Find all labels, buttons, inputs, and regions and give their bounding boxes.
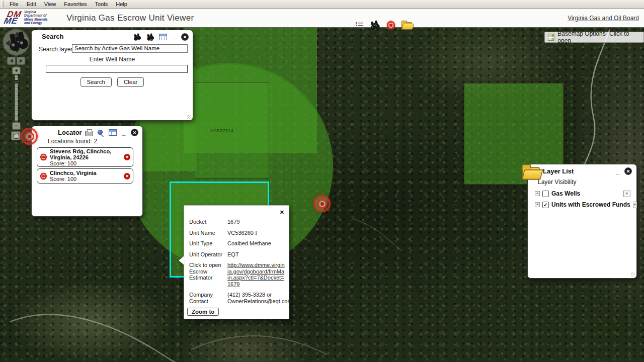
selected-location-marker[interactable] — [313, 195, 331, 212]
layer-checkbox[interactable]: ✓ — [542, 202, 549, 208]
previous-extent-button[interactable] — [7, 57, 16, 65]
resize-handle[interactable] — [631, 273, 635, 277]
results-table-icon[interactable] — [109, 129, 117, 136]
escrow-estimator-link[interactable]: http://www.dmme.virginia.gov/dgoboard/fr… — [227, 262, 285, 287]
gas-and-oil-board-link[interactable]: Virginia Gas and Oil Board — [568, 15, 639, 22]
basemap-options-label: Basemap Options- Click to open — [557, 30, 639, 44]
search-layer-dropdown[interactable]: Search by Active Gas Well Name — [72, 44, 188, 53]
layer-checkbox[interactable] — [542, 191, 549, 197]
result-target-icon — [40, 172, 47, 180]
field-value: EQT — [227, 251, 285, 258]
search-panel: Search _ ✕ Search layer Search by Active… — [31, 30, 193, 121]
map-canvas[interactable]: VC537314 + − Basemap Options- Click to o… — [0, 28, 644, 362]
search-layer-label: Search layer — [39, 46, 72, 53]
location-result-row[interactable]: Clinchco, Virginia Score: 100 ✕ — [37, 168, 133, 184]
full-extent-button[interactable] — [11, 131, 21, 140]
locator-target-icon — [21, 128, 38, 145]
field-value: 1679 — [227, 219, 285, 225]
locator-panel-title: Locator — [58, 129, 82, 136]
logo-me: ME — [3, 16, 19, 26]
field-value: (412) 395-3328 or OwnerRelations@eqt.com — [227, 292, 292, 304]
field-label: Company Contact — [189, 292, 227, 304]
print-icon[interactable] — [85, 131, 93, 136]
app-header: DM ME Virginia Department of Mines Miner… — [0, 9, 644, 28]
menu-grip — [2, 1, 4, 8]
menu-view[interactable]: View — [40, 1, 60, 8]
menu-edit[interactable]: Edit — [23, 1, 40, 8]
layer-name[interactable]: Gas Wells — [551, 190, 580, 197]
basemap-options-button[interactable]: Basemap Options- Click to open — [544, 32, 644, 43]
browser-menu-bar: File Edit View Favorites Tools Help — [0, 0, 644, 9]
locator-panel: Locator _ ✕ Locations found: 2 Stevens R… — [31, 126, 143, 217]
field-label: Docket — [189, 219, 227, 225]
page-title: Virginia Gas Escrow Unit Viewer — [66, 13, 194, 23]
chevron-down-icon[interactable]: ▼ — [623, 191, 630, 197]
well-name-input[interactable] — [46, 65, 188, 73]
clear-button[interactable]: Clear — [117, 77, 144, 86]
basemap-grid-icon — [548, 34, 554, 41]
unit-info-popup: ✕ Docket1679 Unit NameVC536260I Unit Typ… — [184, 205, 289, 319]
marker-ring — [317, 199, 327, 209]
minimize-icon[interactable]: _ — [172, 36, 177, 39]
results-table-icon[interactable] — [159, 34, 167, 40]
expand-icon[interactable]: + — [535, 191, 540, 196]
close-icon[interactable]: ✕ — [181, 33, 189, 41]
field-label: Unit Type — [189, 240, 227, 247]
menu-tools[interactable]: Tools — [91, 1, 112, 8]
result-score: Score: 100 — [50, 160, 121, 166]
header-toolbar — [355, 20, 412, 31]
close-icon[interactable]: ✕ — [280, 209, 284, 216]
locations-found-status: Locations found: 2 — [48, 138, 97, 145]
popup-pointer — [179, 256, 184, 265]
next-extent-button[interactable] — [17, 57, 25, 65]
legend-icon[interactable] — [355, 21, 364, 30]
locator-target-icon[interactable] — [386, 20, 396, 30]
result-score: Score: 100 — [50, 176, 97, 182]
prev-next-extent-control — [7, 57, 25, 65]
field-label: Unit Name — [189, 230, 227, 236]
zoom-to-button[interactable]: Zoom to — [187, 308, 219, 316]
layer-visibility-label: Layer Visibility — [538, 178, 576, 186]
text-cursor-icon: I — [255, 229, 257, 236]
menu-favorites[interactable]: Favorites — [60, 1, 91, 8]
minimize-icon[interactable]: _ — [615, 170, 620, 173]
unit-map-label: VC537314 — [210, 128, 234, 133]
search-panel-title: Search — [42, 33, 63, 40]
menu-help[interactable]: Help — [112, 1, 131, 8]
result-target-icon — [40, 153, 47, 161]
well-name-label: Enter Well Name — [32, 56, 193, 63]
zoom-out-button[interactable]: − — [12, 122, 21, 130]
remove-result-icon[interactable]: ✕ — [124, 173, 130, 179]
pushpin-icon[interactable] — [97, 129, 104, 136]
expand-icon[interactable]: + — [535, 202, 540, 207]
field-label: Click to open Escrow Estimator — [189, 262, 227, 287]
dmme-logo: DM ME Virginia Department of Mines Miner… — [4, 10, 63, 27]
chevron-down-icon[interactable]: ▼ — [633, 202, 637, 208]
zoom-in-button[interactable]: + — [12, 67, 21, 74]
layer-row: + Gas Wells ▼ — [535, 190, 630, 198]
marker-dot — [320, 202, 324, 206]
layer-list-panel: Layer List _ ✕ Layer Visibility + Gas We… — [527, 164, 637, 279]
remove-result-icon[interactable]: ✕ — [124, 154, 130, 160]
layer-list-folder-icon[interactable] — [401, 22, 412, 30]
zoom-slider-handle[interactable] — [13, 80, 20, 83]
field-label: Unit Operator — [189, 251, 227, 258]
close-icon[interactable]: ✕ — [624, 167, 632, 175]
menu-file[interactable]: File — [6, 1, 23, 8]
layer-list-title: Layer List — [543, 167, 574, 175]
search-settings-icon[interactable] — [145, 32, 155, 42]
resize-handle[interactable] — [187, 115, 191, 119]
location-result-row[interactable]: Stevens Rdg, Clinchco, Virginia, 24226 S… — [37, 147, 133, 167]
layer-list-folder-icon — [522, 167, 540, 180]
field-value: Coalbed Methane — [227, 240, 285, 247]
search-tool-icon[interactable] — [132, 32, 142, 42]
minimize-icon[interactable]: _ — [121, 131, 126, 134]
result-name: Clinchco, Virginia — [50, 170, 97, 176]
layer-name[interactable]: Units with Escrowed Funds — [551, 201, 630, 208]
close-icon[interactable]: ✕ — [131, 129, 138, 136]
search-button[interactable]: Search — [80, 77, 112, 86]
field-value: VC536260 — [227, 230, 254, 236]
search-binoculars-icon[interactable] — [368, 19, 382, 32]
layer-row: + ✓ Units with Escrowed Funds ▼ — [535, 201, 630, 209]
logo-text: Virginia Department of Mines Minerals an… — [24, 10, 48, 25]
